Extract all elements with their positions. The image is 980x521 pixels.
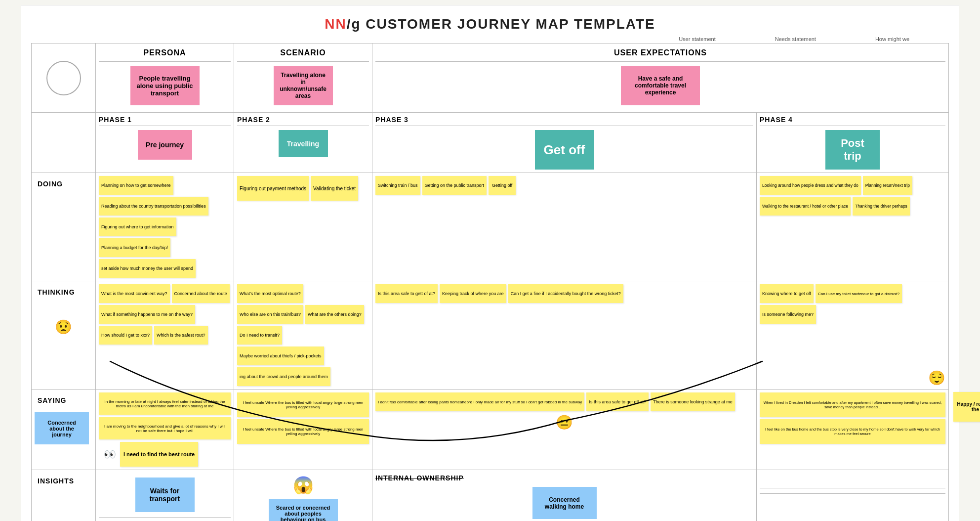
insights-phase3-sticky: Concerned walking home xyxy=(532,487,597,519)
saying-row: SAYING Concerned about the journey In th… xyxy=(32,390,949,470)
insights-label: INSIGHTS xyxy=(35,474,92,488)
doing-phase1: Planning on how to get somewhere Reading… xyxy=(96,173,234,281)
title-rest: CUSTOMER JOURNEY MAP TEMPLATE xyxy=(361,16,655,32)
saying-phase1: In the morning or late at night I always… xyxy=(96,390,234,470)
thinking-phase3-notes: Is this area safe to gett of at? Keeping… xyxy=(375,284,753,303)
insights-phase2: 😱 Scared or concerned about peoples beha… xyxy=(234,470,372,521)
doing-note-p1-2: Reading about the country transportation… xyxy=(99,197,208,216)
doing-note-p4-2: Planning return/next trip xyxy=(863,176,912,195)
thinking-label-cell: THINKING 😟 xyxy=(32,281,96,390)
doing-phase4: Looking around how people dress and what… xyxy=(757,173,949,281)
persona-cell xyxy=(32,43,96,113)
saying-note-p4-2: I feel like on the bus home and the bus … xyxy=(760,419,945,444)
doing-phase3: Switching train / bus Getting on the pub… xyxy=(372,173,757,281)
think-note-p4-2: Can I use my toilet savfenour to got a d… xyxy=(816,284,902,303)
doing-note-p1-4: Planning a budget for the day/trip/ xyxy=(99,238,170,257)
saying-note-p4-1: When I lived in Dresden I felt comfortab… xyxy=(760,392,945,417)
doing-label-cell: DOING xyxy=(32,173,96,281)
journey-table: PERSONA People travelling alone using pu… xyxy=(31,43,949,521)
phase2-label: PHASE 2 xyxy=(237,116,369,124)
insights-row: INSIGHTS Waits for transport 😱 Scared or… xyxy=(32,470,949,521)
user-exp-sticky: Have a safe and comfortable travel exper… xyxy=(621,66,700,105)
phase4-sticky: Post trip xyxy=(825,130,880,170)
think-note-p1-5: Which is the safest rout? xyxy=(154,326,208,345)
think-note-p1-3: What if something happens to me on the w… xyxy=(99,305,195,324)
eyes-emoji: 👀 xyxy=(104,448,116,460)
think-note-p3-2: Keeping track of where you are xyxy=(440,284,506,303)
think-note-p2-1: What's the most optimal route? xyxy=(237,284,303,303)
user-exp-label: USER EXPECTATIONS xyxy=(375,46,945,59)
neutral-emoji: 😐 xyxy=(556,414,573,431)
thinking-label: THINKING xyxy=(35,285,92,299)
main-title: NN/g CUSTOMER JOURNEY MAP TEMPLATE xyxy=(31,10,949,36)
happy-bubble: Happy / relieved to reached the destinat… xyxy=(953,392,980,422)
saying-phase3-notes: I don't feel comfortable after losing pa… xyxy=(375,392,753,411)
think-note-p3-1: Is this area safe to gett of at? xyxy=(375,284,438,303)
phase1-sticky: Pre journey xyxy=(138,130,192,160)
scenario-sticky: Travelling alone in unknown/unsafe areas xyxy=(274,66,333,105)
user-exp-cell: USER EXPECTATIONS Have a safe and comfor… xyxy=(372,43,949,113)
persona-sticky: People travelling alone using public tra… xyxy=(130,66,200,105)
think-note-p1-2: Concerned about the route xyxy=(172,284,230,303)
think-note-p1-4: How should I get to xxx? xyxy=(99,326,152,345)
doing-note-p3-1: Switching train / bus xyxy=(375,176,420,195)
phase1-cell: PHASE 1 Pre journey xyxy=(96,113,234,173)
doing-note-p1-3: Figuring out where to get information xyxy=(99,217,176,236)
doing-phase1-notes: Planning on how to get somewhere Reading… xyxy=(99,176,231,278)
saying-phase2: I feel unsafe Where the bus is filled wi… xyxy=(234,390,372,470)
persona-info-cell: PERSONA People travelling alone using pu… xyxy=(96,43,234,113)
doing-note-p3-3: Getting off xyxy=(489,176,516,195)
saying-phase4-notes: When I lived in Dresden I felt comfortab… xyxy=(760,392,945,444)
think-note-p4-3: Is someone following me? xyxy=(760,305,816,324)
saying-phase4: When I lived in Dresden I felt comfortab… xyxy=(757,390,949,470)
think-note-p1-1: What is the most convinient way? xyxy=(99,284,170,303)
phase1-label: PHASE 1 xyxy=(99,116,231,124)
subheader-user: User statement xyxy=(679,36,716,42)
doing-note-p4-1: Looking around how people dress and what… xyxy=(760,176,861,195)
think-note-p3-3: Can I get a fine if I accidentally bough… xyxy=(508,284,623,303)
subheader-needs: Needs statement xyxy=(775,36,816,42)
think-note-p2-3: What are the others doing? xyxy=(305,305,364,324)
persona-label: PERSONA xyxy=(99,46,231,59)
subheader-how: How might we xyxy=(875,36,909,42)
doing-phase2: Figuring out payment methods Validating … xyxy=(234,173,372,281)
thinking-row: THINKING 😟 What is the most convinient w… xyxy=(32,281,949,390)
sub-header-row: User statement Needs statement How might… xyxy=(31,36,949,42)
thinking-phase2-notes: What's the most optimal route? Who else … xyxy=(237,284,369,386)
thinking-phase1: What is the most convinient way? Concern… xyxy=(96,281,234,390)
thinking-phase4-notes: Knowing where to get off Can I use my to… xyxy=(760,284,945,324)
saying-note-p3-1: I don't feel comfortable after losing pa… xyxy=(375,392,584,411)
nn-logo: NN xyxy=(325,16,346,32)
saying-main-p1: I need to find the best route xyxy=(120,442,198,467)
doing-note-p4-3: Walking to the restaurant / hotel or oth… xyxy=(760,197,851,216)
think-note-p4-1: Knowing where to get off xyxy=(760,284,814,303)
saying-note-p3-2: Is this area safe to get off at? xyxy=(586,392,649,411)
insights-phase1-sticky: Waits for transport xyxy=(135,478,195,512)
persona-avatar xyxy=(46,61,81,95)
insights-phase3: INTERNAL OWNERSHIP Concerned walking hom… xyxy=(372,470,757,521)
relieved-emoji: 😌 xyxy=(928,370,945,386)
doing-row: DOING Planning on how to get somewhere R… xyxy=(32,173,949,281)
persona-row: PERSONA People travelling alone using pu… xyxy=(32,43,949,113)
doing-note-p1-5: set aside how much money the user will s… xyxy=(99,259,196,278)
saying-note-p2-1: I feel unsafe Where the bus is filled wi… xyxy=(237,392,369,417)
saying-label-cell: SAYING Concerned about the journey xyxy=(32,390,96,470)
page-wrapper: NN/g CUSTOMER JOURNEY MAP TEMPLATE User … xyxy=(21,5,959,521)
phase3-label: PHASE 3 xyxy=(375,116,753,124)
saying-note-p1-2: I am moving to the neighbourhood and giv… xyxy=(99,417,231,439)
phase2-cell: PHASE 2 Travelling xyxy=(234,113,372,173)
phase4-cell: PHASE 4 Post trip xyxy=(757,113,949,173)
thinking-phase1-notes: What is the most convinient way? Concern… xyxy=(99,284,231,345)
slash: /g xyxy=(347,16,361,32)
phase-empty xyxy=(32,113,96,173)
insights-phase1: Waits for transport xyxy=(96,470,234,521)
phase2-sticky: Travelling xyxy=(279,130,328,157)
insights-phase4 xyxy=(757,470,949,521)
thinking-phase3: Is this area safe to gett of at? Keeping… xyxy=(372,281,757,390)
insights-phase2-sticky: Scared or concerned about peoples behavi… xyxy=(269,499,338,521)
doing-phase4-notes: Looking around how people dress and what… xyxy=(760,176,945,216)
phase3-sticky: Get off xyxy=(535,130,594,170)
insights-label-cell: INSIGHTS xyxy=(32,470,96,521)
saying-phase3: I don't feel comfortable after losing pa… xyxy=(372,390,757,470)
concerned-bubble: Concerned about the journey xyxy=(35,412,89,444)
